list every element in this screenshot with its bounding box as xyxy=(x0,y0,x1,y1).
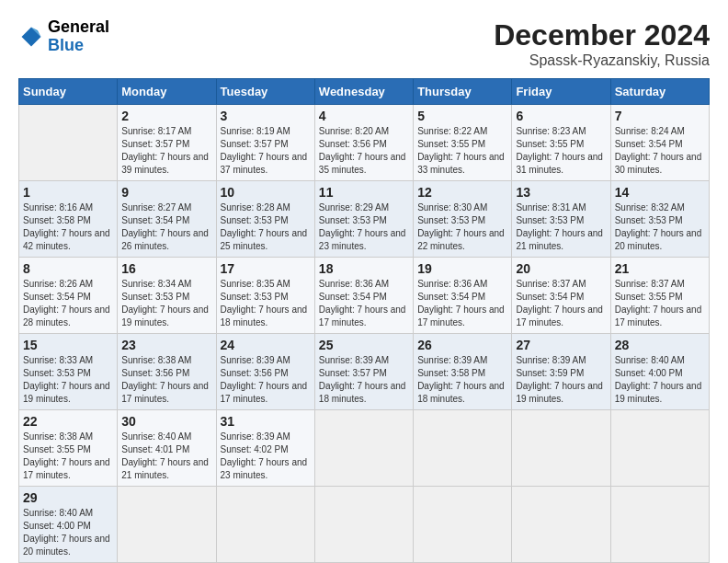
weekday-header-tuesday: Tuesday xyxy=(216,79,314,105)
calendar-table: SundayMondayTuesdayWednesdayThursdayFrid… xyxy=(18,78,710,563)
calendar-week-row: 1Sunrise: 8:16 AM Sunset: 3:58 PM Daylig… xyxy=(19,181,710,258)
month-title: December 2024 xyxy=(494,18,710,52)
day-number: 9 xyxy=(121,185,211,200)
day-info: Sunrise: 8:28 AM Sunset: 3:53 PM Dayligh… xyxy=(221,201,311,253)
logo-icon xyxy=(18,24,44,50)
day-number: 27 xyxy=(516,338,606,352)
day-info: Sunrise: 8:36 AM Sunset: 3:54 PM Dayligh… xyxy=(417,278,507,329)
calendar-cell: 6Sunrise: 8:23 AM Sunset: 3:55 PM Daylig… xyxy=(512,105,610,181)
day-info: Sunrise: 8:22 AM Sunset: 3:55 PM Dayligh… xyxy=(417,125,507,177)
calendar-cell: 2Sunrise: 8:17 AM Sunset: 3:57 PM Daylig… xyxy=(118,105,216,181)
day-info: Sunrise: 8:33 AM Sunset: 3:53 PM Dayligh… xyxy=(23,354,113,406)
logo-blue: Blue xyxy=(48,37,109,55)
day-info: Sunrise: 8:39 AM Sunset: 3:57 PM Dayligh… xyxy=(319,354,409,406)
calendar-header-row: SundayMondayTuesdayWednesdayThursdayFrid… xyxy=(19,79,710,105)
day-number: 17 xyxy=(221,261,311,276)
calendar-week-row: 22Sunrise: 8:38 AM Sunset: 3:55 PM Dayli… xyxy=(19,410,710,487)
calendar-cell: 14Sunrise: 8:32 AM Sunset: 3:53 PM Dayli… xyxy=(610,181,709,258)
calendar-cell xyxy=(512,410,610,487)
day-number: 14 xyxy=(615,185,705,200)
calendar-cell: 7Sunrise: 8:24 AM Sunset: 3:54 PM Daylig… xyxy=(610,105,709,181)
calendar-cell xyxy=(314,487,413,563)
day-info: Sunrise: 8:40 AM Sunset: 4:01 PM Dayligh… xyxy=(121,431,211,482)
day-number: 2 xyxy=(121,109,211,123)
calendar-cell: 9Sunrise: 8:27 AM Sunset: 3:54 PM Daylig… xyxy=(118,181,216,258)
day-number: 26 xyxy=(417,338,507,352)
calendar-cell: 11Sunrise: 8:29 AM Sunset: 3:53 PM Dayli… xyxy=(314,181,413,258)
day-info: Sunrise: 8:31 AM Sunset: 3:53 PM Dayligh… xyxy=(516,201,606,253)
title-block: December 2024 Spassk-Ryazanskiy, Russia xyxy=(494,18,710,69)
day-info: Sunrise: 8:19 AM Sunset: 3:57 PM Dayligh… xyxy=(221,125,311,177)
day-info: Sunrise: 8:40 AM Sunset: 4:00 PM Dayligh… xyxy=(23,507,113,558)
calendar-cell: 1Sunrise: 8:16 AM Sunset: 3:58 PM Daylig… xyxy=(19,181,118,258)
day-number: 28 xyxy=(615,338,705,352)
day-number: 16 xyxy=(121,261,211,276)
day-info: Sunrise: 8:39 AM Sunset: 4:02 PM Dayligh… xyxy=(221,431,311,482)
day-info: Sunrise: 8:39 AM Sunset: 3:56 PM Dayligh… xyxy=(221,354,311,406)
day-number: 18 xyxy=(319,261,409,276)
day-info: Sunrise: 8:39 AM Sunset: 3:59 PM Dayligh… xyxy=(516,354,606,406)
calendar-cell: 3Sunrise: 8:19 AM Sunset: 3:57 PM Daylig… xyxy=(216,105,314,181)
calendar-cell: 17Sunrise: 8:35 AM Sunset: 3:53 PM Dayli… xyxy=(216,258,314,334)
day-info: Sunrise: 8:39 AM Sunset: 3:58 PM Dayligh… xyxy=(417,354,507,406)
page-header: General Blue December 2024 Spassk-Ryazan… xyxy=(18,18,710,69)
day-number: 15 xyxy=(23,338,113,352)
calendar-cell: 28Sunrise: 8:40 AM Sunset: 4:00 PM Dayli… xyxy=(610,334,709,410)
day-number: 23 xyxy=(121,338,211,352)
day-info: Sunrise: 8:16 AM Sunset: 3:58 PM Dayligh… xyxy=(23,201,113,253)
calendar-cell: 30Sunrise: 8:40 AM Sunset: 4:01 PM Dayli… xyxy=(118,410,216,487)
calendar-cell: 15Sunrise: 8:33 AM Sunset: 3:53 PM Dayli… xyxy=(19,334,118,410)
day-info: Sunrise: 8:30 AM Sunset: 3:53 PM Dayligh… xyxy=(417,201,507,253)
calendar-week-row: 8Sunrise: 8:26 AM Sunset: 3:54 PM Daylig… xyxy=(19,258,710,334)
day-number: 31 xyxy=(221,414,311,429)
day-number: 24 xyxy=(221,338,311,352)
day-info: Sunrise: 8:36 AM Sunset: 3:54 PM Dayligh… xyxy=(319,278,409,329)
day-number: 6 xyxy=(516,109,606,123)
weekday-header-sunday: Sunday xyxy=(19,79,118,105)
day-info: Sunrise: 8:40 AM Sunset: 4:00 PM Dayligh… xyxy=(615,354,705,406)
calendar-cell: 29Sunrise: 8:40 AM Sunset: 4:00 PM Dayli… xyxy=(19,487,118,563)
day-number: 7 xyxy=(615,109,705,123)
calendar-cell: 12Sunrise: 8:30 AM Sunset: 3:53 PM Dayli… xyxy=(414,181,512,258)
calendar-cell xyxy=(414,410,512,487)
logo-general: General xyxy=(48,18,109,37)
day-info: Sunrise: 8:23 AM Sunset: 3:55 PM Dayligh… xyxy=(516,125,606,177)
calendar-cell: 27Sunrise: 8:39 AM Sunset: 3:59 PM Dayli… xyxy=(512,334,610,410)
calendar-week-row: 15Sunrise: 8:33 AM Sunset: 3:53 PM Dayli… xyxy=(19,334,710,410)
calendar-week-row: 2Sunrise: 8:17 AM Sunset: 3:57 PM Daylig… xyxy=(19,105,710,181)
day-number: 25 xyxy=(319,338,409,352)
day-info: Sunrise: 8:24 AM Sunset: 3:54 PM Dayligh… xyxy=(615,125,705,177)
weekday-header-thursday: Thursday xyxy=(414,79,512,105)
day-info: Sunrise: 8:38 AM Sunset: 3:55 PM Dayligh… xyxy=(23,431,113,482)
weekday-header-saturday: Saturday xyxy=(610,79,709,105)
day-number: 22 xyxy=(23,414,113,429)
calendar-cell xyxy=(19,105,118,181)
day-info: Sunrise: 8:17 AM Sunset: 3:57 PM Dayligh… xyxy=(121,125,211,177)
calendar-cell: 19Sunrise: 8:36 AM Sunset: 3:54 PM Dayli… xyxy=(414,258,512,334)
calendar-cell: 20Sunrise: 8:37 AM Sunset: 3:54 PM Dayli… xyxy=(512,258,610,334)
day-number: 19 xyxy=(417,261,507,276)
day-info: Sunrise: 8:20 AM Sunset: 3:56 PM Dayligh… xyxy=(319,125,409,177)
calendar-cell: 10Sunrise: 8:28 AM Sunset: 3:53 PM Dayli… xyxy=(216,181,314,258)
calendar-cell: 4Sunrise: 8:20 AM Sunset: 3:56 PM Daylig… xyxy=(314,105,413,181)
day-number: 11 xyxy=(319,185,409,200)
calendar-cell: 13Sunrise: 8:31 AM Sunset: 3:53 PM Dayli… xyxy=(512,181,610,258)
calendar-cell: 8Sunrise: 8:26 AM Sunset: 3:54 PM Daylig… xyxy=(19,258,118,334)
calendar-cell xyxy=(610,410,709,487)
day-info: Sunrise: 8:32 AM Sunset: 3:53 PM Dayligh… xyxy=(615,201,705,253)
day-number: 5 xyxy=(417,109,507,123)
calendar-cell: 18Sunrise: 8:36 AM Sunset: 3:54 PM Dayli… xyxy=(314,258,413,334)
day-number: 29 xyxy=(23,490,113,505)
location-subtitle: Spassk-Ryazanskiy, Russia xyxy=(494,52,710,69)
calendar-cell: 5Sunrise: 8:22 AM Sunset: 3:55 PM Daylig… xyxy=(414,105,512,181)
day-info: Sunrise: 8:37 AM Sunset: 3:54 PM Dayligh… xyxy=(516,278,606,329)
calendar-cell xyxy=(414,487,512,563)
logo-text: General Blue xyxy=(48,18,109,55)
calendar-cell xyxy=(118,487,216,563)
day-number: 12 xyxy=(417,185,507,200)
day-info: Sunrise: 8:27 AM Sunset: 3:54 PM Dayligh… xyxy=(121,201,211,253)
weekday-header-monday: Monday xyxy=(118,79,216,105)
calendar-cell: 24Sunrise: 8:39 AM Sunset: 3:56 PM Dayli… xyxy=(216,334,314,410)
day-info: Sunrise: 8:37 AM Sunset: 3:55 PM Dayligh… xyxy=(615,278,705,329)
calendar-cell xyxy=(512,487,610,563)
